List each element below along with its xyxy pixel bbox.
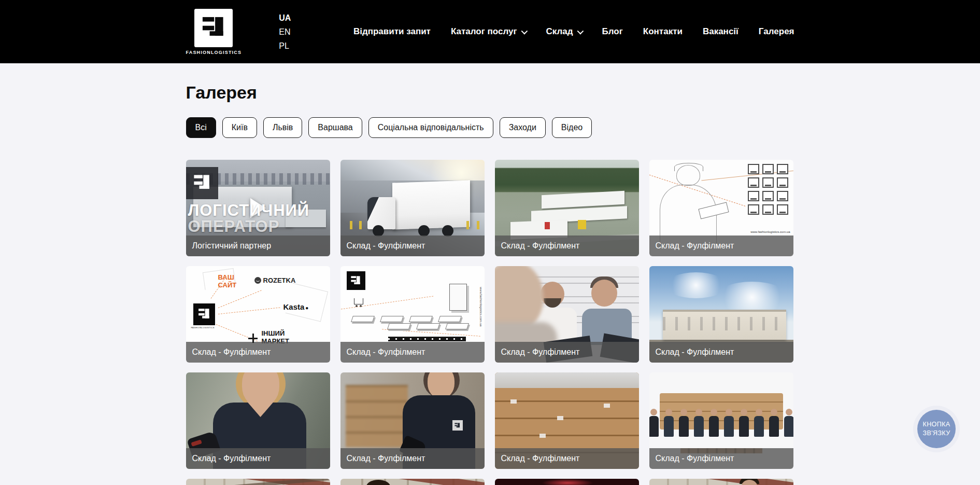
gallery-card[interactable] <box>495 479 639 485</box>
gallery-card[interactable]: www.fashionlogistics.com.ua Склад - Фулф… <box>649 160 793 256</box>
box-label <box>539 434 546 438</box>
gallery-card[interactable]: Склад - Фулфілмент <box>186 372 330 469</box>
cart-icon <box>354 298 363 304</box>
filter-all[interactable]: Всі <box>186 117 216 138</box>
video-overlay-title: ЛОГІСТИЧНИЙ ОПЕРАТОР <box>188 202 310 234</box>
gallery-filters: Всі Київ Львів Варшава Соціальна відпові… <box>186 117 794 138</box>
filter-kyiv[interactable]: Київ <box>222 117 257 138</box>
filter-lviv[interactable]: Львів <box>263 117 302 138</box>
watermark-url: www.fashionlogistics.com.ua <box>479 287 482 326</box>
card-caption: Склад - Фулфілмент <box>340 342 485 363</box>
card-caption: Склад - Фулфілмент <box>495 342 639 363</box>
filter-video[interactable]: Відео <box>552 117 592 138</box>
card-caption: Склад - Фулфілмент <box>340 235 485 256</box>
rack-shape <box>449 284 467 311</box>
card-caption: Склад - Фулфілмент <box>186 448 330 469</box>
dashed-line <box>382 329 480 336</box>
nav-blog[interactable]: Блог <box>602 26 623 37</box>
gallery-grid: ЛОГІСТИЧНИЙ ОПЕРАТОР Логістичний партнер… <box>186 160 794 485</box>
lang-ua[interactable]: UA <box>279 13 291 23</box>
building-accent <box>545 222 550 229</box>
rozetka-icon <box>254 277 261 284</box>
person-head <box>591 280 617 307</box>
gallery-card[interactable]: ВАШ САЙТ ROZETKA Kasta ІНШИЙ МАРКЕТ FASH… <box>186 266 330 363</box>
person-face <box>428 372 455 398</box>
filter-warsaw[interactable]: Варшава <box>308 117 362 138</box>
shelf-beam <box>340 479 485 485</box>
filter-events[interactable]: Заходи <box>500 117 546 138</box>
building <box>542 191 624 209</box>
fl-logo-icon <box>193 303 215 325</box>
nav-warehouse[interactable]: Склад <box>546 26 582 37</box>
logo-brand-text: FASHIONLOGISTICS <box>186 50 242 55</box>
gallery-card[interactable]: Склад - Фулфілмент <box>495 266 639 363</box>
blurred-boxes <box>346 385 408 447</box>
card-caption: Склад - Фулфілмент <box>495 235 639 256</box>
card-caption: Склад - Фулфілмент <box>649 235 793 256</box>
box-label <box>510 399 517 404</box>
logo[interactable]: FASHIONLOGISTICS <box>186 9 242 55</box>
logo-mark-icon <box>194 9 233 47</box>
truck-trailer <box>392 180 470 229</box>
gallery-card-video[interactable]: ЛОГІСТИЧНИЙ ОПЕРАТОР Логістичний партнер <box>186 160 330 256</box>
label-your-site: ВАШ САЙТ <box>218 273 244 289</box>
sketch-head <box>676 165 700 186</box>
nav-services-catalog[interactable]: Каталог послуг <box>451 26 526 37</box>
lang-en[interactable]: EN <box>279 27 291 37</box>
bollard <box>359 221 362 229</box>
box-grid <box>741 164 788 215</box>
card-caption: Логістичний партнер <box>186 235 330 256</box>
nav-send-request[interactable]: Відправити запит <box>353 26 431 37</box>
bollard <box>466 221 469 229</box>
chevron-down-icon <box>577 27 584 34</box>
shelf-row <box>352 316 461 322</box>
wheel <box>442 225 453 237</box>
video-logo-icon <box>186 167 218 199</box>
gallery-card[interactable]: Склад - Фулфілмент <box>495 160 639 256</box>
fl-logo-patch <box>452 420 463 431</box>
cloud <box>716 282 788 313</box>
gallery-card[interactable]: www.fashionlogistics.com.ua Склад - Фулф… <box>340 266 485 363</box>
team-people <box>649 409 793 438</box>
main-content: Галерея Всі Київ Львів Варшава Соціальна… <box>186 82 794 485</box>
truck-cab <box>367 197 395 229</box>
nav-vacancies[interactable]: Вакансії <box>703 26 738 37</box>
gallery-card[interactable]: Склад - Фулфілмент <box>649 372 793 469</box>
dashed-arrow <box>218 307 279 314</box>
warehouse-ceiling <box>495 372 639 388</box>
chevron-down-icon <box>521 27 528 34</box>
gallery-card[interactable]: Склад - Фулфілмент <box>649 266 793 363</box>
red-light <box>542 479 593 485</box>
card-caption: Склад - Фулфілмент <box>186 342 330 363</box>
bollard <box>350 221 352 229</box>
gallery-card[interactable] <box>649 479 793 485</box>
gallery-card[interactable] <box>340 479 485 485</box>
person-head <box>366 480 390 485</box>
shelf-row <box>388 323 468 329</box>
kasta-logo: Kasta <box>283 302 309 311</box>
wheel <box>418 225 430 237</box>
filter-social-responsibility[interactable]: Соціальна відповідальність <box>368 117 493 138</box>
contact-fab[interactable]: КНОПКА ЗВ'ЯЗКУ <box>913 406 960 452</box>
page-title: Галерея <box>186 82 794 103</box>
nav-gallery[interactable]: Галерея <box>759 26 794 37</box>
fl-logo-icon <box>347 271 365 290</box>
gallery-card[interactable] <box>186 479 330 485</box>
card-caption: Склад - Фулфілмент <box>649 342 793 363</box>
gallery-card[interactable]: Склад - Фулфілмент <box>340 372 485 469</box>
language-switcher: UA EN PL <box>279 13 291 51</box>
site-header: FASHIONLOGISTICS UA EN PL Відправити зап… <box>0 0 980 63</box>
card-caption: Склад - Фулфілмент <box>340 448 485 469</box>
main-nav: Відправити запит Каталог послуг Склад Бл… <box>353 26 794 37</box>
warehouse-building <box>663 310 786 340</box>
lang-pl[interactable]: PL <box>279 41 291 51</box>
building-accent <box>578 220 586 229</box>
shelf-beam <box>649 479 793 485</box>
gallery-card[interactable]: Склад - Фулфілмент <box>340 160 485 256</box>
move-cursor-icon <box>248 334 258 343</box>
bollard <box>477 221 479 229</box>
box-label <box>557 416 563 420</box>
nav-contacts[interactable]: Контакти <box>643 26 683 37</box>
watermark-url: www.fashionlogistics.com.ua <box>750 230 790 233</box>
gallery-card[interactable]: Склад - Фулфілмент <box>495 372 639 469</box>
